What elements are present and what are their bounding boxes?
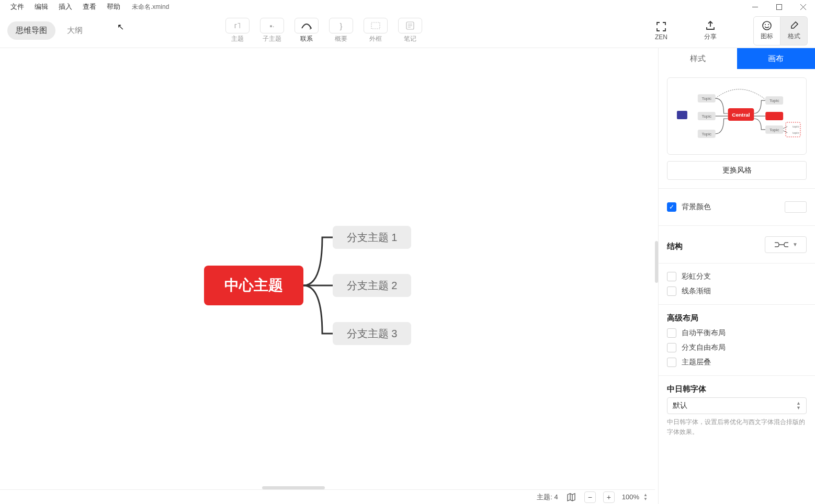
rainbow-label: 彩虹分支	[682, 272, 711, 281]
menu-file[interactable]: 文件	[5, 1, 29, 13]
cjk-font-title: 中日韩字体	[667, 384, 807, 394]
zen-button[interactable]: ZEN	[655, 21, 667, 41]
svg-rect-4	[371, 22, 380, 29]
topic-count: 主题: 4	[537, 492, 558, 502]
svg-text:topic: topic	[793, 125, 799, 128]
tab-mindmap[interactable]: 思维导图	[7, 21, 55, 40]
zoom-in-button[interactable]: +	[603, 491, 615, 503]
structure-icon	[774, 240, 789, 249]
sidebar-body: Topic Topic Topic Central Topic Topic	[659, 69, 815, 504]
tool-label: 联系	[300, 35, 313, 43]
tool-label: 外框	[369, 35, 382, 43]
autobalance-checkbox[interactable]	[667, 328, 676, 338]
svg-point-11	[768, 24, 769, 25]
window-minimize-button[interactable]	[743, 0, 767, 14]
svg-point-10	[765, 24, 766, 25]
canvas[interactable]: 中心主题 分支主题 1 分支主题 2 分支主题 3	[0, 48, 655, 486]
toolbar-tools: г˥主题 ▪·子主题 联系 }概要 外框 笔记	[222, 18, 426, 43]
advanced-layout-title: 高级布局	[667, 313, 807, 323]
overlap-label: 主题层叠	[682, 358, 711, 367]
freepos-label: 分支自由布局	[682, 343, 726, 352]
minimap-button[interactable]	[565, 491, 577, 503]
bg-color-swatch[interactable]	[785, 201, 807, 213]
icon-panel-button[interactable]: 图标	[753, 16, 780, 45]
window-close-button[interactable]	[791, 0, 815, 14]
cjk-font-value: 默认	[673, 401, 687, 410]
window-controls	[743, 0, 815, 14]
rainbow-checkbox[interactable]	[667, 272, 676, 281]
tab-outline[interactable]: 大纲	[59, 21, 91, 40]
spinner-icon: ▲▼	[796, 401, 801, 410]
svg-rect-1	[776, 4, 782, 9]
tab-style[interactable]: 样式	[659, 48, 737, 69]
chevron-down-icon: ▼	[793, 242, 798, 247]
share-icon	[705, 20, 716, 31]
bg-color-checkbox[interactable]	[667, 202, 676, 212]
window-maximize-button[interactable]	[767, 0, 791, 14]
menu-help[interactable]: 帮助	[101, 1, 126, 13]
format-label: 格式	[788, 32, 800, 41]
svg-rect-23	[765, 112, 783, 120]
tool-boundary[interactable]: 外框	[360, 18, 391, 43]
structure-select[interactable]: ▼	[765, 236, 807, 253]
zen-label: ZEN	[655, 33, 667, 41]
svg-text:Topic: Topic	[701, 114, 711, 119]
svg-point-9	[763, 21, 771, 30]
share-button[interactable]: 分享	[704, 20, 717, 41]
brush-icon	[789, 20, 799, 31]
menu-bar: 文件 编辑 插入 查看 帮助 未命名.xmind	[0, 0, 815, 14]
tool-label: 子主题	[263, 35, 281, 43]
theme-preview[interactable]: Topic Topic Topic Central Topic Topic	[667, 77, 807, 155]
filename-label: 未命名.xmind	[132, 3, 169, 12]
tool-summary[interactable]: }概要	[325, 18, 357, 43]
svg-text:Topic: Topic	[769, 128, 779, 132]
freepos-checkbox[interactable]	[667, 343, 676, 352]
menu-edit[interactable]: 编辑	[29, 1, 53, 13]
status-bar: 主题: 4 − + 100% ▲▼	[0, 489, 655, 504]
overlap-checkbox[interactable]	[667, 358, 676, 367]
cjk-hint: 中日韩字体，设置后将优化与西文字体混合排版的字体效果。	[667, 417, 807, 437]
branch-topic-3[interactable]: 分支主题 3	[333, 322, 411, 345]
map-icon	[567, 492, 576, 502]
zoom-stepper[interactable]: ▲▼	[643, 493, 648, 501]
tool-label: 笔记	[404, 35, 416, 43]
zoom-level: 100%	[622, 493, 639, 501]
tool-note[interactable]: 笔记	[394, 18, 426, 43]
summary-icon: }	[329, 18, 353, 33]
tool-label: 概要	[335, 35, 347, 43]
topic-icon: г˥	[225, 18, 250, 33]
subtopic-icon: ▪·	[260, 18, 284, 33]
tool-relation[interactable]: 联系	[291, 18, 322, 43]
menu-insert[interactable]: 插入	[53, 1, 77, 13]
structure-title: 结构	[667, 242, 683, 251]
svg-text:Topic: Topic	[769, 98, 779, 103]
tool-topic[interactable]: г˥主题	[222, 18, 253, 43]
change-style-button[interactable]: 更换风格	[667, 161, 807, 180]
taper-label: 线条渐细	[682, 287, 711, 296]
branch-topic-1[interactable]: 分支主题 1	[333, 226, 411, 249]
central-topic[interactable]: 中心主题	[204, 266, 303, 305]
svg-text:topic: topic	[793, 131, 799, 134]
autobalance-label: 自动平衡布局	[682, 328, 726, 338]
svg-rect-12	[677, 111, 687, 119]
view-switch: 思维导图 大纲	[7, 21, 91, 40]
menu-view[interactable]: 查看	[77, 1, 101, 13]
zoom-out-button[interactable]: −	[584, 491, 596, 503]
fullscreen-icon	[655, 21, 667, 32]
bg-color-label: 背景颜色	[682, 202, 711, 212]
tool-subtopic[interactable]: ▪·子主题	[256, 18, 288, 43]
share-label: 分享	[704, 32, 717, 41]
svg-text:Topic: Topic	[701, 132, 711, 136]
sidebar-tabs: 样式 画布	[659, 48, 815, 69]
tab-canvas-settings[interactable]: 画布	[737, 48, 816, 69]
tool-label: 主题	[231, 35, 244, 43]
toolbar-right: ZEN 分享 图标 格式	[655, 14, 808, 48]
cjk-font-select[interactable]: 默认▲▼	[667, 397, 807, 414]
branch-topic-2[interactable]: 分支主题 2	[333, 274, 411, 297]
format-sidebar: 样式 画布 Topic Topic Topic Central Topic	[658, 48, 815, 504]
note-icon	[398, 18, 422, 33]
smile-icon	[762, 20, 772, 31]
svg-text:Central: Central	[732, 112, 750, 118]
format-panel-button[interactable]: 格式	[780, 16, 808, 45]
taper-checkbox[interactable]	[667, 287, 676, 296]
